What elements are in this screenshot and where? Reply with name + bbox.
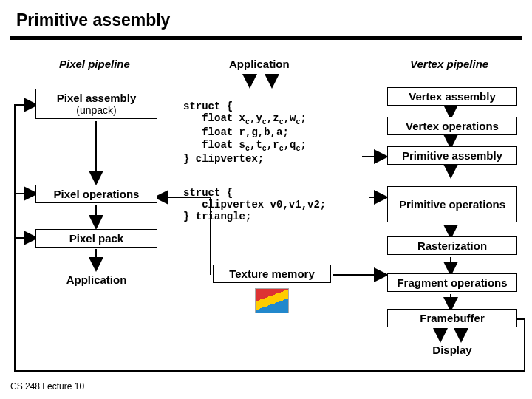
- left-application-label: Application: [66, 273, 127, 286]
- primitive-assembly-label: Primitive assembly: [402, 149, 502, 162]
- vertex-operations-label: Vertex operations: [406, 120, 499, 132]
- box-primitive-operations: Primitive operations: [387, 186, 517, 222]
- box-display: Display: [387, 341, 517, 358]
- header-application: Application: [229, 58, 290, 70]
- box-pixel-assembly: Pixel assembly (unpack): [35, 89, 157, 119]
- header-pixel-pipeline: Pixel pipeline: [59, 58, 130, 70]
- pixel-assembly-label: Pixel assembly: [57, 92, 137, 104]
- pixel-pack-label: Pixel pack: [69, 232, 123, 245]
- title-rule: [10, 36, 522, 40]
- texture-memory-label: Texture memory: [229, 267, 315, 280]
- box-framebuffer: Framebuffer: [387, 309, 517, 327]
- primitive-operations-label: Primitive operations: [399, 198, 505, 211]
- pixel-operations-label: Pixel operations: [54, 188, 140, 200]
- rasterization-label: Rasterization: [417, 239, 487, 252]
- box-fragment-operations: Fragment operations: [387, 273, 517, 292]
- texture-thumbnail: [255, 288, 289, 313]
- page-title: Primitive assembly: [0, 0, 532, 35]
- box-vertex-assembly: Vertex assembly: [387, 87, 517, 106]
- box-texture-memory: Texture memory: [213, 265, 331, 283]
- box-vertex-operations: Vertex operations: [387, 117, 517, 135]
- header-vertex-pipeline: Vertex pipeline: [410, 58, 488, 70]
- framebuffer-label: Framebuffer: [420, 312, 485, 324]
- fragment-operations-label: Fragment operations: [397, 276, 507, 289]
- display-label: Display: [432, 344, 471, 356]
- pixel-assembly-sub: (unpack): [36, 104, 157, 116]
- footer-lecture: CS 248 Lecture 10: [10, 381, 84, 392]
- box-pixel-operations: Pixel operations: [35, 185, 157, 203]
- code-triangle: struct { clipvertex v0,v1,v2; } triangle…: [183, 175, 326, 222]
- diagram-stage: Pixel pipeline Application Vertex pipeli…: [0, 53, 532, 378]
- box-left-application: Application: [35, 271, 157, 288]
- box-pixel-pack: Pixel pack: [35, 229, 157, 248]
- box-primitive-assembly: Primitive assembly: [387, 146, 517, 165]
- box-rasterization: Rasterization: [387, 236, 517, 255]
- vertex-assembly-label: Vertex assembly: [409, 90, 496, 103]
- code-clipvertex: struct { float xc,yc,zc,wc; float r,g,b,…: [183, 89, 307, 165]
